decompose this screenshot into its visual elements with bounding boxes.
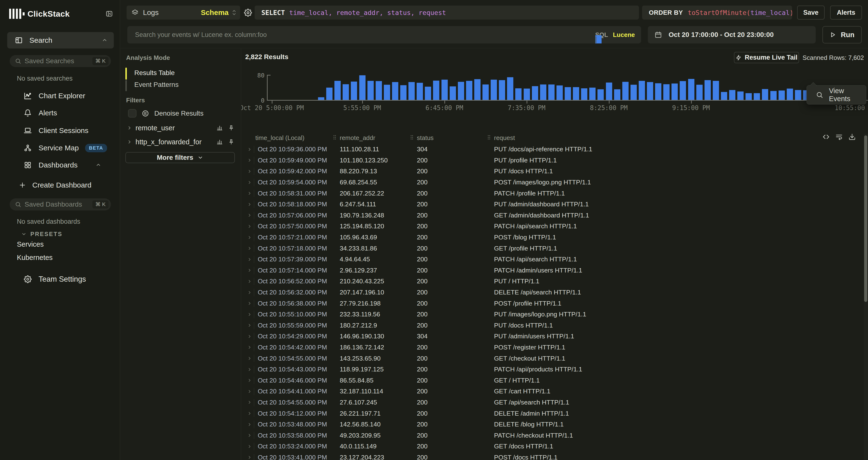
table-row[interactable]: Oct 20 10:57:21.000 PM 105.96.43.69 200 … xyxy=(241,232,863,243)
row-expand-chevron-icon[interactable] xyxy=(247,389,252,394)
histogram-bar[interactable] xyxy=(589,88,595,100)
sidebar-item-dashboards[interactable]: Dashboards xyxy=(23,160,112,170)
filter-field-remote_user[interactable]: remote_user xyxy=(127,123,235,133)
row-expand-chevron-icon[interactable] xyxy=(247,169,252,174)
histogram-bar[interactable] xyxy=(540,84,546,100)
table-row[interactable]: Oct 20 10:57:06.000 PM 190.79.136.248 20… xyxy=(241,210,863,221)
saved-dashboards-input[interactable]: Saved Dashboards ⌘ K xyxy=(10,198,111,210)
histogram-bar[interactable] xyxy=(400,85,406,100)
table-row[interactable]: Oct 20 10:59:42.000 PM 88.220.79.13 200 … xyxy=(241,166,863,177)
table-row[interactable]: Oct 20 10:53:24.000 PM 40.0.115.149 200 … xyxy=(241,441,863,452)
resume-live-tail-button[interactable]: Resume Live Tail xyxy=(734,52,799,63)
table-row[interactable]: Oct 20 10:58:31.000 PM 206.167.252.22 20… xyxy=(241,188,863,199)
histogram-bar[interactable] xyxy=(334,81,341,100)
table-row[interactable]: Oct 20 10:54:42.000 PM 186.136.72.142 20… xyxy=(241,342,863,353)
column-header-1[interactable]: remote_addr xyxy=(340,134,375,142)
view-events-tooltip[interactable]: View Events xyxy=(807,85,866,105)
event-search-input[interactable]: Search your events w/ Lucene ex. column:… xyxy=(127,26,641,44)
histogram-bar[interactable] xyxy=(713,81,719,100)
histogram-bar[interactable] xyxy=(507,77,513,100)
wrap-text-icon[interactable] xyxy=(835,133,843,140)
histogram-bar[interactable] xyxy=(368,81,374,100)
sidebar-item-chart-explorer[interactable]: Chart Explorer xyxy=(23,90,112,101)
histogram-bar[interactable] xyxy=(376,81,382,100)
histogram-bar[interactable] xyxy=(548,84,555,100)
row-expand-chevron-icon[interactable] xyxy=(247,246,252,251)
events-histogram[interactable]: Oct 20 5:00:00 PM 5:55:00 PM 6:45:00 PM … xyxy=(267,75,868,100)
table-scrollbar[interactable] xyxy=(864,134,868,460)
table-row[interactable]: Oct 20 10:53:41.000 PM 23.127.204.223 20… xyxy=(241,452,863,460)
row-expand-chevron-icon[interactable] xyxy=(247,202,252,207)
histogram-bar[interactable] xyxy=(515,88,522,100)
row-expand-chevron-icon[interactable] xyxy=(247,191,252,196)
language-toggle-lucene[interactable]: Lucene xyxy=(613,31,635,39)
histogram-bar[interactable] xyxy=(573,87,579,100)
histogram-bar[interactable] xyxy=(581,88,587,100)
column-header-3[interactable]: request xyxy=(494,134,515,142)
table-row[interactable]: Oct 20 10:54:12.000 PM 26.221.197.71 200… xyxy=(241,408,863,419)
table-row[interactable]: Oct 20 10:54:43.000 PM 118.99.197.125 20… xyxy=(241,364,863,375)
histogram-bar[interactable] xyxy=(787,89,793,100)
histogram-bar[interactable] xyxy=(705,80,711,100)
saved-searches-input[interactable]: Saved Searches ⌘ K xyxy=(10,55,111,67)
table-row[interactable]: Oct 20 10:53:48.000 PM 142.56.85.140 200… xyxy=(241,419,863,430)
histogram-bar[interactable] xyxy=(639,81,645,100)
table-row[interactable]: Oct 20 10:54:46.000 PM 86.55.84.85 200 G… xyxy=(241,375,863,386)
source-settings-gear-icon[interactable] xyxy=(244,9,252,17)
chart-mini-icon[interactable] xyxy=(217,139,223,145)
histogram-bar[interactable] xyxy=(597,89,604,100)
pin-icon[interactable] xyxy=(228,125,235,131)
chart-mini-icon[interactable] xyxy=(217,125,223,131)
histogram-bar[interactable] xyxy=(392,82,398,100)
histogram-bar[interactable] xyxy=(762,89,768,100)
column-header-2[interactable]: status xyxy=(417,134,434,142)
table-row[interactable]: Oct 20 10:59:36.000 PM 111.100.28.11 304… xyxy=(241,144,863,155)
sidebar-item-service-map[interactable]: Service Map BETA xyxy=(23,143,112,153)
column-drag-handle-icon[interactable] xyxy=(333,135,336,140)
histogram-bar[interactable] xyxy=(606,83,612,100)
histogram-bar[interactable] xyxy=(630,85,637,100)
histogram-bar[interactable] xyxy=(688,79,694,100)
histogram-bar[interactable] xyxy=(532,86,538,100)
histogram-bar[interactable] xyxy=(696,85,703,100)
table-row[interactable]: Oct 20 10:57:18.000 PM 34.233.81.86 200 … xyxy=(241,243,863,254)
pin-icon[interactable] xyxy=(228,139,235,145)
row-expand-chevron-icon[interactable] xyxy=(247,400,252,405)
histogram-bar[interactable] xyxy=(557,85,563,100)
row-expand-chevron-icon[interactable] xyxy=(247,158,252,163)
row-expand-chevron-icon[interactable] xyxy=(247,356,252,361)
histogram-bar[interactable] xyxy=(729,90,735,100)
row-expand-chevron-icon[interactable] xyxy=(247,422,252,427)
histogram-bar[interactable] xyxy=(351,82,357,100)
presets-section-header[interactable]: PRESETS xyxy=(21,231,62,237)
histogram-bar[interactable] xyxy=(326,88,333,100)
row-expand-chevron-icon[interactable] xyxy=(247,433,252,438)
histogram-bar[interactable] xyxy=(754,93,760,100)
histogram-bar[interactable] xyxy=(483,84,489,100)
histogram-bar[interactable] xyxy=(779,90,785,100)
alerts-button[interactable]: Alerts xyxy=(830,5,862,20)
row-expand-chevron-icon[interactable] xyxy=(247,345,252,350)
scrollbar-thumb[interactable] xyxy=(864,135,867,302)
histogram-bar[interactable] xyxy=(524,89,530,100)
row-expand-chevron-icon[interactable] xyxy=(247,312,252,317)
histogram-bar[interactable] xyxy=(499,80,505,100)
row-expand-chevron-icon[interactable] xyxy=(247,367,252,372)
row-expand-chevron-icon[interactable] xyxy=(247,444,252,449)
source-select[interactable]: Logs Schema xyxy=(127,5,240,20)
histogram-bar[interactable] xyxy=(655,83,661,100)
run-button[interactable]: Run xyxy=(823,26,862,44)
row-expand-chevron-icon[interactable] xyxy=(247,334,252,339)
histogram-bar[interactable] xyxy=(425,87,431,100)
histogram-bar[interactable] xyxy=(343,84,349,100)
time-range-picker[interactable]: Oct 20 17:00:00 - Oct 20 23:00:00 xyxy=(648,26,816,44)
histogram-bar[interactable] xyxy=(622,82,628,100)
select-columns-input[interactable]: SELECT time_local, remote_addr, status, … xyxy=(255,5,639,20)
analysis-mode-event-patterns[interactable]: Event Patterns xyxy=(134,81,179,89)
table-row[interactable]: Oct 20 10:55:10.000 PM 232.33.119.56 200… xyxy=(241,309,863,320)
row-expand-chevron-icon[interactable] xyxy=(247,224,252,229)
histogram-bar[interactable] xyxy=(458,82,464,100)
table-row[interactable]: Oct 20 10:56:32.000 PM 207.147.196.10 20… xyxy=(241,287,863,298)
more-filters-button[interactable]: More filters xyxy=(125,152,235,163)
histogram-bar[interactable] xyxy=(359,75,366,100)
